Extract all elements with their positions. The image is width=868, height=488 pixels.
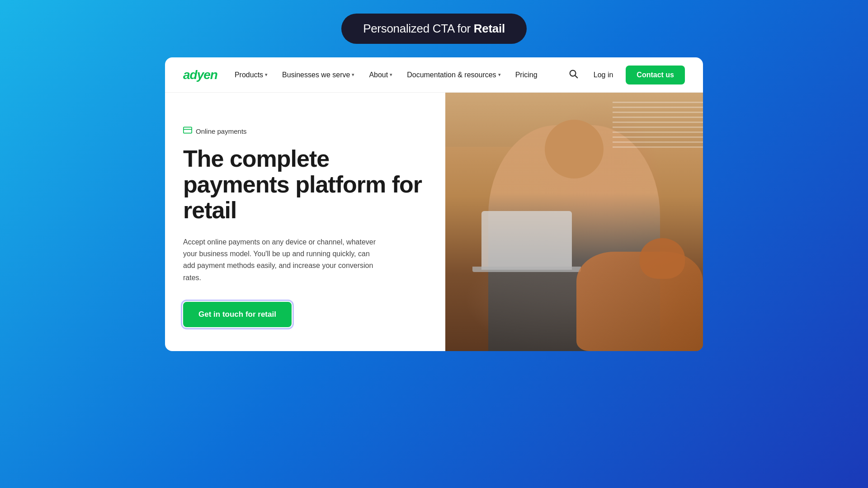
hero-tag-text: Online payments [196,127,247,135]
nav-items: Products ▾ Businesses we serve ▾ About ▾… [228,67,562,83]
logo[interactable]: adyen [183,68,217,82]
blind-line [613,146,703,148]
nav-item-businesses[interactable]: Businesses we serve ▾ [276,67,361,83]
chevron-down-icon: ▾ [265,72,268,78]
window-blinds [613,93,703,351]
person-head [545,120,604,178]
chevron-down-icon: ▾ [390,72,392,78]
login-button[interactable]: Log in [588,67,619,83]
laptop-base [472,267,581,272]
contact-button[interactable]: Contact us [626,66,685,84]
svg-line-1 [575,76,577,78]
hero-tag: Online payments [183,126,427,137]
blind-line [613,136,703,138]
blind-line [613,117,703,118]
hero-description: Accept online payments on any device or … [183,236,382,284]
hero-cta-button[interactable]: Get in touch for retail [183,302,292,327]
hero-left: Online payments The complete payments pl… [165,93,445,351]
blind-line [613,131,703,133]
blind-line [613,141,703,143]
nav-item-pricing[interactable]: Pricing [509,67,544,83]
hero-image-area [445,93,703,351]
personalization-banner: Personalized CTA for Retail [341,14,527,44]
credit-card-icon [183,126,192,137]
blind-line [613,127,703,128]
nav-item-products[interactable]: Products ▾ [228,67,274,83]
search-button[interactable] [566,66,581,84]
nav-item-docs[interactable]: Documentation & resources ▾ [401,67,507,83]
blind-line [613,107,703,108]
hero-title: The complete payments platform for retai… [183,146,427,224]
navbar: adyen Products ▾ Businesses we serve ▾ A… [165,57,703,93]
search-icon [568,69,578,79]
chevron-down-icon: ▾ [498,72,501,78]
laptop-screen [481,211,572,270]
svg-rect-2 [184,127,192,133]
nav-right: Log in Contact us [566,66,685,84]
blind-line [613,122,703,123]
main-card: adyen Products ▾ Businesses we serve ▾ A… [165,57,703,351]
nav-item-about[interactable]: About ▾ [363,67,399,83]
chevron-down-icon: ▾ [352,72,354,78]
blind-line [613,102,703,103]
hero-section: Online payments The complete payments pl… [165,93,703,351]
blind-line [613,112,703,113]
svg-point-0 [570,70,576,76]
hero-image [445,93,703,351]
banner-text: Personalized CTA for Retail [363,22,505,35]
